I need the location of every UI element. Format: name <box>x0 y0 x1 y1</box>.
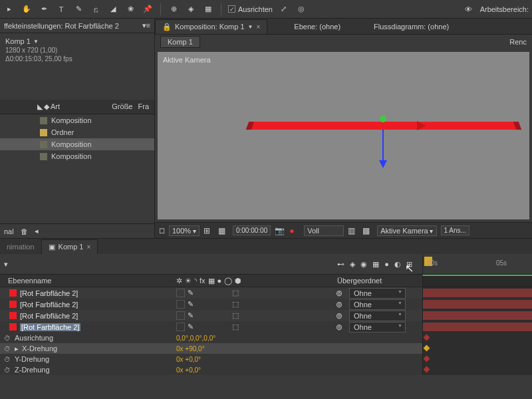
search-dropdown[interactable]: ▾ <box>4 260 8 269</box>
always-preview-icon[interactable]: ◻ <box>159 226 165 235</box>
keyframe-icon[interactable] <box>424 356 430 362</box>
axis-view-icon[interactable]: ▦ <box>202 3 214 15</box>
roto-tool-icon[interactable]: ❀ <box>124 3 136 15</box>
switch[interactable] <box>176 311 185 320</box>
parent-column[interactable]: Übergeordnet <box>329 277 422 285</box>
selection-tool-icon[interactable]: ▸ <box>3 3 15 15</box>
snap-center-icon[interactable]: ◎ <box>295 3 307 15</box>
property-value[interactable]: 0x +0,0° <box>176 366 329 374</box>
parent-dropdown[interactable]: Ohne <box>349 311 406 321</box>
switch[interactable] <box>176 323 185 331</box>
composition-view[interactable]: Aktive Kamera <box>158 52 529 219</box>
layer-row[interactable]: [Rot Farbfläche 2] ✎⬚ ⊚Ohne <box>0 287 532 299</box>
property-row[interactable]: ⏱Ausrichtung 0,0°,0,0°,0,0° <box>0 332 532 343</box>
camera-dropdown[interactable]: Aktive Kamera ▾ <box>377 225 436 236</box>
cube-icon[interactable]: ⬚ <box>232 311 239 320</box>
label-column-icon[interactable]: ◣ <box>35 101 41 112</box>
project-item[interactable]: Komposition <box>0 114 154 126</box>
stopwatch-icon[interactable]: ⏱ <box>4 356 11 363</box>
parent-dropdown[interactable]: Ohne <box>349 299 406 310</box>
keyframe-icon[interactable] <box>424 366 430 373</box>
layer-tab[interactable]: Ebene: (ohne) <box>287 20 347 33</box>
keyframe-icon[interactable] <box>424 334 430 341</box>
cube-icon[interactable]: ⬚ <box>232 300 239 309</box>
comp-subtab[interactable]: Komp 1 <box>160 36 200 48</box>
time-ruler[interactable]: 00s 05s <box>422 254 532 274</box>
search-icon[interactable]: 👁 <box>463 3 475 15</box>
channel-icon[interactable]: ● <box>289 226 300 235</box>
brush-tool-icon[interactable]: ✎ <box>72 3 84 15</box>
switch[interactable] <box>176 289 185 297</box>
workspace-label[interactable]: Arbeitsbereich: <box>480 5 529 13</box>
close-icon[interactable]: × <box>257 23 261 31</box>
panel-menu-icon[interactable]: ▾≡ <box>142 21 150 30</box>
motion-blur-icon[interactable]: ◉ <box>360 260 367 269</box>
resolution-dropdown[interactable]: Voll <box>304 225 344 236</box>
layer-row[interactable]: [Rot Farbfläche 2] ✎⬚ ⊚Ohne <box>0 299 532 310</box>
scroll-left-icon[interactable]: ◂ <box>35 227 39 235</box>
property-row[interactable]: ⏱Y-Drehung 0x +0,0° <box>0 354 532 364</box>
layer-bar[interactable] <box>423 323 532 331</box>
type-column[interactable]: Art <box>48 101 109 112</box>
property-value[interactable]: 0,0°,0,0°,0,0° <box>176 334 329 342</box>
keyframe-icon[interactable] <box>424 345 430 352</box>
cube-icon[interactable]: ⬚ <box>232 323 239 331</box>
switch[interactable] <box>176 300 185 309</box>
zoom-dropdown[interactable]: 100% ▾ <box>169 225 200 236</box>
layer-bar[interactable] <box>423 311 532 320</box>
layer-bar[interactable] <box>423 300 532 309</box>
bpc-label[interactable]: nal <box>4 227 14 235</box>
hand-tool-icon[interactable]: ✋ <box>21 3 33 15</box>
trash-icon[interactable]: 🗑 <box>21 227 28 235</box>
y-axis-handle-icon[interactable] <box>380 116 386 122</box>
property-value[interactable]: 0x +0,0° <box>176 356 329 363</box>
animation-tab[interactable]: nimation <box>0 240 41 253</box>
snapshot-icon[interactable]: 📷 <box>275 226 285 235</box>
views-dropdown[interactable]: 1 Ans... <box>441 225 469 235</box>
pen-tool-icon[interactable]: ✒ <box>38 3 50 15</box>
property-row[interactable]: ⏱Z-Drehung 0x +0,0° <box>0 364 532 375</box>
graph-icon[interactable]: ▦ <box>372 260 379 269</box>
eraser-tool-icon[interactable]: ◢ <box>107 3 119 15</box>
property-value[interactable]: 0x +90,0° <box>176 345 329 352</box>
transparency-icon[interactable]: ▩ <box>362 226 373 235</box>
fr-column[interactable]: Fra <box>136 101 152 112</box>
stopwatch-icon[interactable]: ⏱ <box>4 334 11 342</box>
layer-row[interactable]: [Rot Farbfläche 2] ✎⬚ ⊚Ohne <box>0 321 532 332</box>
cube-icon[interactable]: ⬚ <box>232 289 239 297</box>
solid-layer[interactable] <box>251 122 517 130</box>
z-axis-arrow-icon[interactable] <box>379 160 387 168</box>
axis-world-icon[interactable]: ◈ <box>185 3 197 15</box>
text-tool-icon[interactable]: T <box>55 3 67 15</box>
size-column[interactable]: Größe <box>109 101 135 112</box>
frame-blend-icon[interactable]: ◈ <box>350 260 355 269</box>
layer-row[interactable]: [Rot Farbfläche 2] ✎⬚ ⊚Ohne <box>0 310 532 321</box>
roi-icon[interactable]: ▥ <box>348 226 358 235</box>
project-item[interactable]: Komposition <box>0 150 154 162</box>
pickwhip-icon[interactable]: ⊚ <box>336 289 345 298</box>
flowchart-tab[interactable]: Flussdiagramm: (ohne) <box>367 20 456 33</box>
layer-name-column[interactable]: Ebenenname <box>0 277 176 285</box>
pickwhip-icon[interactable]: ⊚ <box>336 300 345 309</box>
current-time[interactable]: 0:00:00:00 <box>233 225 271 235</box>
axis-local-icon[interactable]: ⊕ <box>168 3 180 15</box>
parent-dropdown[interactable]: Ohne <box>349 322 406 332</box>
close-icon[interactable]: × <box>87 243 91 251</box>
clone-tool-icon[interactable]: ⎌ <box>90 3 102 15</box>
dv-icon[interactable]: ◐ <box>394 260 401 269</box>
pickwhip-icon[interactable]: ⊚ <box>336 323 345 332</box>
comp-title[interactable]: Komp 1 ▼ <box>5 37 149 45</box>
pickwhip-icon[interactable]: ⊚ <box>336 311 345 321</box>
comp-tab[interactable]: 🔒 Komposition: Komp 1 ▼ × <box>155 19 267 34</box>
mask-icon[interactable]: ▦ <box>218 226 229 235</box>
brainstorm-icon[interactable]: ● <box>384 260 389 269</box>
keynav-icon[interactable]: ▸ <box>15 344 19 353</box>
graph-editor-icon[interactable]: ⊞ <box>406 260 412 269</box>
project-item[interactable]: Komposition <box>0 138 154 150</box>
shy-icon[interactable]: ⊷ <box>337 260 344 269</box>
stopwatch-icon[interactable]: ⏱ <box>4 345 11 352</box>
project-item[interactable]: Ordner <box>0 126 154 138</box>
stopwatch-icon[interactable]: ⏱ <box>4 366 11 374</box>
snap-toggle[interactable]: Ausrichten <box>228 5 273 13</box>
safe-zones-icon[interactable]: ⊞ <box>203 226 214 235</box>
